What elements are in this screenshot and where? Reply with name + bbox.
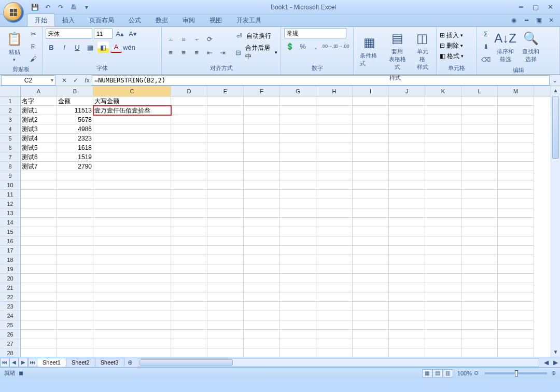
cell[interactable] <box>316 227 353 236</box>
cell[interactable] <box>171 96 207 106</box>
cell[interactable] <box>171 292 207 302</box>
cell[interactable] <box>93 208 171 218</box>
cell[interactable] <box>244 190 280 199</box>
cell[interactable] <box>461 124 498 134</box>
cell[interactable] <box>498 348 534 357</box>
cell[interactable] <box>316 96 353 106</box>
cell[interactable] <box>244 218 280 227</box>
clear-button[interactable]: ⌫ <box>480 54 492 65</box>
cell[interactable] <box>425 96 461 106</box>
col-header-G[interactable]: G <box>280 86 316 96</box>
cell[interactable] <box>389 320 425 330</box>
cell[interactable] <box>498 283 534 292</box>
cell[interactable] <box>461 171 498 180</box>
cell[interactable] <box>389 218 425 227</box>
cell[interactable] <box>316 162 353 171</box>
cell[interactable] <box>280 190 316 199</box>
cell[interactable] <box>353 274 389 283</box>
col-header-D[interactable]: D <box>171 86 207 96</box>
enter-formula[interactable]: ✓ <box>71 77 80 84</box>
horizontal-scrollbar[interactable] <box>138 358 539 367</box>
office-button[interactable] <box>3 2 24 23</box>
cell[interactable] <box>353 180 389 190</box>
sheet-tab-Sheet2[interactable]: Sheet2 <box>66 358 95 367</box>
help-icon[interactable]: ◉ <box>509 16 519 25</box>
cell[interactable] <box>280 134 316 143</box>
cell[interactable] <box>461 143 498 152</box>
align-left[interactable]: ≡ <box>165 47 176 58</box>
cell[interactable] <box>316 302 353 311</box>
cell[interactable] <box>425 180 461 190</box>
cell[interactable] <box>57 274 93 283</box>
cell[interactable] <box>57 208 93 218</box>
align-bottom[interactable]: ⫟ <box>191 33 202 45</box>
cell[interactable] <box>389 348 425 357</box>
cell[interactable] <box>21 255 57 264</box>
cell[interactable] <box>280 264 316 274</box>
cell[interactable] <box>244 330 280 339</box>
cell[interactable] <box>244 124 280 134</box>
cell[interactable] <box>353 255 389 264</box>
shrink-font[interactable]: A▾ <box>127 28 138 39</box>
col-header-E[interactable]: E <box>207 86 244 96</box>
cell-styles-button[interactable]: ◫单元格 样式 <box>412 28 433 73</box>
cell[interactable] <box>171 143 207 152</box>
cell[interactable] <box>171 246 207 255</box>
cell[interactable]: 测试7 <box>21 162 57 171</box>
cell[interactable] <box>353 134 389 143</box>
doc-minimize[interactable]: ━ <box>522 16 531 25</box>
cell[interactable] <box>461 283 498 292</box>
cell[interactable] <box>389 180 425 190</box>
cell[interactable] <box>461 134 498 143</box>
first-sheet[interactable]: ⏮ <box>0 358 9 367</box>
cell[interactable] <box>21 171 57 180</box>
cell[interactable] <box>498 171 534 180</box>
cell[interactable] <box>461 106 498 115</box>
cell[interactable] <box>461 302 498 311</box>
cell[interactable] <box>461 264 498 274</box>
cell[interactable] <box>93 246 171 255</box>
cell[interactable] <box>498 180 534 190</box>
row-header[interactable]: 5 <box>0 134 20 143</box>
cell[interactable] <box>244 96 280 106</box>
col-header-B[interactable]: B <box>57 86 93 96</box>
cell[interactable] <box>316 152 353 162</box>
cell[interactable] <box>57 320 93 330</box>
fill-button[interactable]: ⬇ <box>480 41 492 52</box>
cell[interactable] <box>353 311 389 320</box>
cell[interactable] <box>498 227 534 236</box>
cell[interactable] <box>498 96 534 106</box>
cell[interactable]: 测试6 <box>21 152 57 162</box>
zoom-in[interactable]: ⊕ <box>551 370 556 376</box>
tab-数据[interactable]: 数据 <box>148 14 175 26</box>
col-header-H[interactable]: H <box>316 86 353 96</box>
cell[interactable] <box>207 246 244 255</box>
cell[interactable] <box>425 274 461 283</box>
cell[interactable] <box>93 339 171 348</box>
cell[interactable] <box>425 218 461 227</box>
percent-button[interactable]: % <box>297 40 309 52</box>
row-header[interactable]: 22 <box>0 292 20 302</box>
qat-save[interactable]: 💾 <box>29 2 40 13</box>
cell[interactable] <box>21 339 57 348</box>
cell[interactable] <box>389 152 425 162</box>
cell[interactable] <box>207 208 244 218</box>
row-header[interactable]: 18 <box>0 255 20 264</box>
cell[interactable] <box>498 143 534 152</box>
cell[interactable] <box>244 283 280 292</box>
cell[interactable] <box>353 302 389 311</box>
cell[interactable] <box>244 134 280 143</box>
cell[interactable] <box>171 134 207 143</box>
cell[interactable] <box>171 348 207 357</box>
cell[interactable] <box>21 302 57 311</box>
last-sheet[interactable]: ⏭ <box>28 358 37 367</box>
cell[interactable] <box>93 115 171 124</box>
cell[interactable] <box>425 255 461 264</box>
cell[interactable] <box>425 152 461 162</box>
font-color-button[interactable]: A <box>110 41 122 53</box>
cell[interactable] <box>244 152 280 162</box>
cell[interactable] <box>389 339 425 348</box>
grow-font[interactable]: A▴ <box>114 28 125 39</box>
cell[interactable]: 2790 <box>57 162 93 171</box>
cell[interactable] <box>461 339 498 348</box>
